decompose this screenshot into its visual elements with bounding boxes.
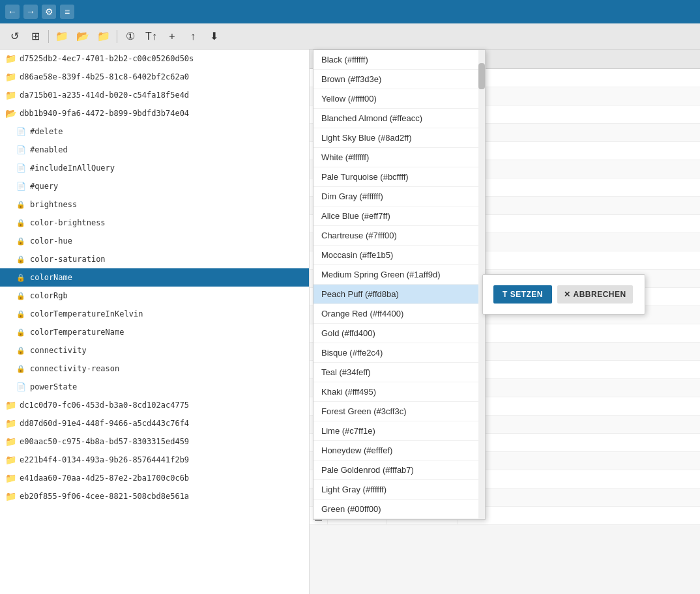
dropdown-item[interactable]: Yellow (#ffff00) (314, 89, 485, 109)
tree-item[interactable]: 📁dd87d60d-91e4-448f-9466-a5cd443c76f4 (0, 414, 309, 432)
dialog-buttons: T SETZEN ✕ ABBRECHEN (493, 285, 634, 304)
folder-open-icon: 📂 (5, 108, 16, 119)
tree-item[interactable]: 📄#includeInAllQuery (0, 159, 309, 177)
upload-button[interactable]: ↑ (184, 27, 202, 46)
dropdown-item[interactable]: Bisque (#ffe2c4) (314, 343, 485, 363)
folder-open-button[interactable]: 📂 (74, 27, 92, 46)
number-button[interactable]: ① (121, 27, 139, 46)
file-icon: 📄 (16, 126, 26, 137)
tree-item[interactable]: 📁e221b4f4-0134-493a-9b26-85764441f2b9 (0, 451, 309, 469)
dropdown-item[interactable]: Alice Blue (#eff7ff) (314, 206, 485, 226)
tree-item-label: #includeInAllQuery (30, 163, 115, 173)
nav-back-icon[interactable]: ← (5, 5, 20, 19)
text-button[interactable]: T↑ (142, 27, 160, 46)
folder-icon: 📁 (5, 455, 16, 465)
tree-item[interactable]: 📁e00aac50-c975-4b8a-bd57-8303315ed459 (0, 432, 309, 451)
tree-item-label: e00aac50-c975-4b8a-bd57-8303315ed459 (20, 437, 189, 446)
dropdown-scroll[interactable]: Black (#ffffff)Brown (#ff3d3e)Yellow (#f… (314, 50, 485, 519)
file-icon: 📄 (16, 181, 26, 191)
file-lock-icon: 🔒 (16, 290, 26, 301)
dropdown-item[interactable]: Light Sky Blue (#8ad2ff) (314, 128, 485, 148)
dropdown-item[interactable]: Orange Red (#ff4400) (314, 304, 485, 324)
tree-item[interactable]: 📄#delete (0, 122, 309, 141)
toolbar-separator2 (117, 30, 117, 43)
dropdown-item[interactable]: Teal (#34feff) (314, 363, 485, 382)
tree-item[interactable]: 📁da715b01-a235-414d-b020-c54fa18f5e4d (0, 86, 309, 104)
view-button[interactable]: ⊞ (26, 27, 44, 46)
settings-icon[interactable]: ⚙ (42, 5, 56, 19)
tree-item-label: connectivity-reason (30, 364, 119, 373)
tree-item[interactable]: 📄powerState (0, 378, 309, 396)
tree-item-label: colorTemperatureInKelvin (30, 309, 143, 318)
folder-icon: 📁 (5, 491, 16, 502)
tree-item[interactable]: 📁d7525db2-4ec7-4701-b2b2-c00c05260d50s (0, 50, 309, 68)
add-button[interactable]: + (163, 27, 181, 46)
dropdown-scrollbar-thumb (478, 63, 485, 89)
top-bar: ← → ⚙ ≡ (0, 0, 700, 23)
tree-item[interactable]: 📂dbb1b940-9fa6-4472-b899-9bdfd3b74e04 (0, 104, 309, 122)
tree-item[interactable]: 📁e41daa60-70aa-4d25-87e2-2ba1700c0c6b (0, 469, 309, 487)
refresh-button[interactable]: ↺ (5, 27, 23, 46)
tree-item-label: d86ae58e-839f-4b25-81c8-6402bf2c62a0 (20, 72, 189, 81)
tree-item[interactable]: 🔒color-saturation (0, 250, 309, 268)
dropdown-item[interactable]: Gold (#ffd400) (314, 324, 485, 343)
dropdown-item[interactable]: Khaki (#fff495) (314, 382, 485, 402)
file-icon: 📄 (16, 382, 26, 392)
tree-item[interactable]: 🔒connectivity-reason (0, 360, 309, 378)
menu-icon[interactable]: ≡ (60, 5, 74, 19)
abbrechen-button[interactable]: ✕ ABBRECHEN (557, 285, 633, 304)
file-lock-icon: 🔒 (16, 327, 26, 337)
tree-item-label: da715b01-a235-414d-b020-c54fa18f5e4d (20, 91, 189, 100)
dropdown-item[interactable]: Black (#ffffff) (314, 50, 485, 70)
tree-item[interactable]: 📁d86ae58e-839f-4b25-81c8-6402bf2c62a0 (0, 68, 309, 86)
nav-forward-icon[interactable]: → (23, 5, 38, 19)
file-icon: 📄 (16, 145, 26, 155)
download-button[interactable]: ⬇ (205, 27, 223, 46)
setzen-button[interactable]: T SETZEN (493, 285, 552, 304)
file-lock-icon: 🔒 (16, 199, 26, 210)
dropdown-item[interactable]: Forest Green (#3cff3c) (314, 402, 485, 421)
dropdown-item[interactable]: Chartreuse (#7fff00) (314, 226, 485, 246)
dropdown-item[interactable]: Honeydew (#efffef) (314, 441, 485, 460)
folder-add-button[interactable]: 📁 (95, 27, 113, 46)
tree-item[interactable]: 🔒color-hue (0, 232, 309, 250)
tree-item[interactable]: 🔒colorTemperatureName (0, 323, 309, 341)
tree-item[interactable]: 📁eb20f855-9f06-4cee-8821-508cbd8e561a (0, 487, 309, 505)
file-lock-icon: 🔒 (16, 363, 26, 374)
tree-item-label: connectivity (30, 346, 87, 355)
tree-item-label: dc1c0d70-fc06-453d-b3a0-8cd102ac4775 (20, 401, 189, 410)
tree-item-label: #enabled (30, 145, 68, 154)
file-lock-icon: 🔒 (16, 236, 26, 246)
tree-item[interactable]: 🔒colorRgb (0, 287, 309, 305)
folder-button[interactable]: 📁 (53, 27, 71, 46)
tree-item[interactable]: 🔒brightness (0, 195, 309, 214)
tree-item[interactable]: 📄#enabled (0, 141, 309, 159)
dropdown-panel: Black (#ffffff)Brown (#ff3d3e)Yellow (#f… (313, 50, 486, 520)
dropdown-item[interactable]: Lime (#c7ff1e) (314, 421, 485, 441)
dropdown-item[interactable]: Pale Turquoise (#bcffff) (314, 167, 485, 187)
dropdown-item[interactable]: Medium Spring Green (#1aff9d) (314, 265, 485, 285)
tree-item-label: color-hue (30, 236, 72, 246)
dropdown-item[interactable]: Dim Gray (#ffffff) (314, 187, 485, 206)
toolbar: ↺ ⊞ 📁 📂 📁 ① T↑ + ↑ ⬇ (0, 23, 700, 50)
tree-item[interactable]: 📄#query (0, 177, 309, 195)
dropdown-item[interactable]: Pale Goldenrod (#fffab7) (314, 460, 485, 480)
dropdown-item[interactable]: White (#ffffff) (314, 148, 485, 167)
dropdown-item[interactable]: Light Gray (#ffffff) (314, 480, 485, 500)
tree-item[interactable]: 🔒color-brightness (0, 214, 309, 232)
tree-item[interactable]: 🔒connectivity (0, 341, 309, 360)
tree-item[interactable]: 🔒colorName (0, 268, 309, 287)
tree-item[interactable]: 📁dc1c0d70-fc06-453d-b3a0-8cd102ac4775 (0, 396, 309, 414)
tree-item-label: dd87d60d-91e4-448f-9466-a5cd443c76f4 (20, 419, 189, 428)
dropdown-item[interactable]: Moccasin (#ffe1b5) (314, 246, 485, 265)
folder-icon: 📁 (5, 90, 16, 100)
dropdown-item[interactable]: Green (#00ff00) (314, 500, 485, 519)
tree-item[interactable]: 🔒colorTemperatureInKelvin (0, 305, 309, 323)
dropdown-item[interactable]: Blanched Almond (#ffeacc) (314, 109, 485, 128)
tree-item-label: dbb1b940-9fa6-4472-b899-9bdfd3b74e04 (20, 109, 189, 118)
folder-icon: 📁 (5, 436, 16, 447)
tree-item-label: colorName (30, 273, 72, 282)
dropdown-item[interactable]: Peach Puff (#ffd8ba) (314, 285, 485, 304)
tree-item-label: eb20f855-9f06-4cee-8821-508cbd8e561a (20, 492, 189, 501)
dropdown-item[interactable]: Brown (#ff3d3e) (314, 70, 485, 89)
